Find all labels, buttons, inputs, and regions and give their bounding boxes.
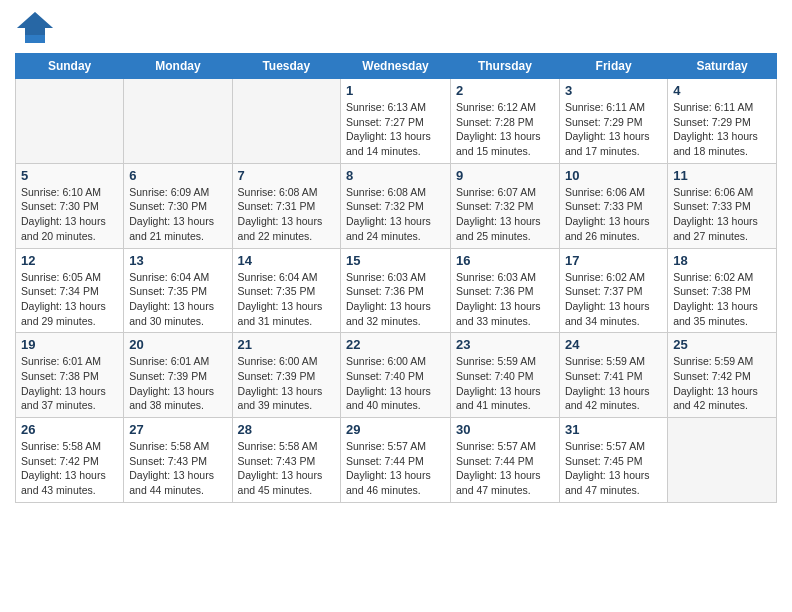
day-number: 30 bbox=[456, 422, 554, 437]
day-info: Sunrise: 6:02 AM Sunset: 7:37 PM Dayligh… bbox=[565, 270, 662, 329]
day-info: Sunrise: 5:58 AM Sunset: 7:43 PM Dayligh… bbox=[238, 439, 335, 498]
day-info: Sunrise: 5:58 AM Sunset: 7:42 PM Dayligh… bbox=[21, 439, 118, 498]
calendar-cell: 7Sunrise: 6:08 AM Sunset: 7:31 PM Daylig… bbox=[232, 163, 340, 248]
header bbox=[15, 10, 777, 45]
calendar-cell bbox=[232, 79, 340, 164]
day-info: Sunrise: 6:04 AM Sunset: 7:35 PM Dayligh… bbox=[238, 270, 335, 329]
day-info: Sunrise: 6:04 AM Sunset: 7:35 PM Dayligh… bbox=[129, 270, 226, 329]
calendar-cell: 23Sunrise: 5:59 AM Sunset: 7:40 PM Dayli… bbox=[450, 333, 559, 418]
day-info: Sunrise: 6:09 AM Sunset: 7:30 PM Dayligh… bbox=[129, 185, 226, 244]
day-info: Sunrise: 5:59 AM Sunset: 7:41 PM Dayligh… bbox=[565, 354, 662, 413]
day-number: 29 bbox=[346, 422, 445, 437]
calendar-cell: 31Sunrise: 5:57 AM Sunset: 7:45 PM Dayli… bbox=[559, 418, 667, 503]
calendar-cell: 21Sunrise: 6:00 AM Sunset: 7:39 PM Dayli… bbox=[232, 333, 340, 418]
day-number: 15 bbox=[346, 253, 445, 268]
calendar-cell: 4Sunrise: 6:11 AM Sunset: 7:29 PM Daylig… bbox=[668, 79, 777, 164]
calendar-cell: 13Sunrise: 6:04 AM Sunset: 7:35 PM Dayli… bbox=[124, 248, 232, 333]
calendar-cell: 11Sunrise: 6:06 AM Sunset: 7:33 PM Dayli… bbox=[668, 163, 777, 248]
calendar-week-row: 19Sunrise: 6:01 AM Sunset: 7:38 PM Dayli… bbox=[16, 333, 777, 418]
svg-marker-1 bbox=[17, 12, 53, 35]
day-info: Sunrise: 6:03 AM Sunset: 7:36 PM Dayligh… bbox=[456, 270, 554, 329]
day-info: Sunrise: 6:00 AM Sunset: 7:40 PM Dayligh… bbox=[346, 354, 445, 413]
calendar-cell: 18Sunrise: 6:02 AM Sunset: 7:38 PM Dayli… bbox=[668, 248, 777, 333]
calendar-week-row: 26Sunrise: 5:58 AM Sunset: 7:42 PM Dayli… bbox=[16, 418, 777, 503]
day-info: Sunrise: 6:01 AM Sunset: 7:39 PM Dayligh… bbox=[129, 354, 226, 413]
calendar-week-row: 12Sunrise: 6:05 AM Sunset: 7:34 PM Dayli… bbox=[16, 248, 777, 333]
calendar-cell: 30Sunrise: 5:57 AM Sunset: 7:44 PM Dayli… bbox=[450, 418, 559, 503]
calendar-week-row: 5Sunrise: 6:10 AM Sunset: 7:30 PM Daylig… bbox=[16, 163, 777, 248]
page: SundayMondayTuesdayWednesdayThursdayFrid… bbox=[0, 0, 792, 518]
day-number: 20 bbox=[129, 337, 226, 352]
day-number: 8 bbox=[346, 168, 445, 183]
logo-icon bbox=[15, 10, 55, 45]
day-info: Sunrise: 5:57 AM Sunset: 7:44 PM Dayligh… bbox=[456, 439, 554, 498]
day-number: 19 bbox=[21, 337, 118, 352]
day-of-week-header: Friday bbox=[559, 54, 667, 79]
calendar-cell: 19Sunrise: 6:01 AM Sunset: 7:38 PM Dayli… bbox=[16, 333, 124, 418]
day-number: 17 bbox=[565, 253, 662, 268]
day-info: Sunrise: 6:08 AM Sunset: 7:31 PM Dayligh… bbox=[238, 185, 335, 244]
calendar-cell: 1Sunrise: 6:13 AM Sunset: 7:27 PM Daylig… bbox=[341, 79, 451, 164]
day-info: Sunrise: 6:08 AM Sunset: 7:32 PM Dayligh… bbox=[346, 185, 445, 244]
day-info: Sunrise: 5:57 AM Sunset: 7:44 PM Dayligh… bbox=[346, 439, 445, 498]
day-number: 18 bbox=[673, 253, 771, 268]
day-number: 16 bbox=[456, 253, 554, 268]
day-number: 10 bbox=[565, 168, 662, 183]
day-number: 24 bbox=[565, 337, 662, 352]
day-of-week-header: Monday bbox=[124, 54, 232, 79]
day-number: 21 bbox=[238, 337, 335, 352]
day-number: 6 bbox=[129, 168, 226, 183]
day-number: 26 bbox=[21, 422, 118, 437]
day-info: Sunrise: 6:10 AM Sunset: 7:30 PM Dayligh… bbox=[21, 185, 118, 244]
day-of-week-header: Thursday bbox=[450, 54, 559, 79]
calendar-cell: 22Sunrise: 6:00 AM Sunset: 7:40 PM Dayli… bbox=[341, 333, 451, 418]
day-info: Sunrise: 5:59 AM Sunset: 7:42 PM Dayligh… bbox=[673, 354, 771, 413]
day-info: Sunrise: 6:00 AM Sunset: 7:39 PM Dayligh… bbox=[238, 354, 335, 413]
calendar-cell: 3Sunrise: 6:11 AM Sunset: 7:29 PM Daylig… bbox=[559, 79, 667, 164]
day-info: Sunrise: 6:05 AM Sunset: 7:34 PM Dayligh… bbox=[21, 270, 118, 329]
day-info: Sunrise: 6:02 AM Sunset: 7:38 PM Dayligh… bbox=[673, 270, 771, 329]
day-info: Sunrise: 6:13 AM Sunset: 7:27 PM Dayligh… bbox=[346, 100, 445, 159]
day-number: 12 bbox=[21, 253, 118, 268]
day-number: 7 bbox=[238, 168, 335, 183]
calendar-cell bbox=[668, 418, 777, 503]
calendar-cell bbox=[16, 79, 124, 164]
day-info: Sunrise: 6:06 AM Sunset: 7:33 PM Dayligh… bbox=[565, 185, 662, 244]
calendar-cell: 10Sunrise: 6:06 AM Sunset: 7:33 PM Dayli… bbox=[559, 163, 667, 248]
day-number: 5 bbox=[21, 168, 118, 183]
day-number: 9 bbox=[456, 168, 554, 183]
calendar-cell: 2Sunrise: 6:12 AM Sunset: 7:28 PM Daylig… bbox=[450, 79, 559, 164]
day-number: 4 bbox=[673, 83, 771, 98]
calendar-table: SundayMondayTuesdayWednesdayThursdayFrid… bbox=[15, 53, 777, 503]
day-number: 1 bbox=[346, 83, 445, 98]
day-of-week-header: Saturday bbox=[668, 54, 777, 79]
calendar-week-row: 1Sunrise: 6:13 AM Sunset: 7:27 PM Daylig… bbox=[16, 79, 777, 164]
calendar-cell: 17Sunrise: 6:02 AM Sunset: 7:37 PM Dayli… bbox=[559, 248, 667, 333]
day-number: 27 bbox=[129, 422, 226, 437]
calendar-cell: 16Sunrise: 6:03 AM Sunset: 7:36 PM Dayli… bbox=[450, 248, 559, 333]
day-info: Sunrise: 6:12 AM Sunset: 7:28 PM Dayligh… bbox=[456, 100, 554, 159]
day-info: Sunrise: 6:06 AM Sunset: 7:33 PM Dayligh… bbox=[673, 185, 771, 244]
day-info: Sunrise: 6:01 AM Sunset: 7:38 PM Dayligh… bbox=[21, 354, 118, 413]
day-number: 25 bbox=[673, 337, 771, 352]
calendar-cell: 29Sunrise: 5:57 AM Sunset: 7:44 PM Dayli… bbox=[341, 418, 451, 503]
calendar-cell: 14Sunrise: 6:04 AM Sunset: 7:35 PM Dayli… bbox=[232, 248, 340, 333]
logo bbox=[15, 10, 59, 45]
day-number: 22 bbox=[346, 337, 445, 352]
day-number: 2 bbox=[456, 83, 554, 98]
calendar-cell: 8Sunrise: 6:08 AM Sunset: 7:32 PM Daylig… bbox=[341, 163, 451, 248]
day-info: Sunrise: 6:07 AM Sunset: 7:32 PM Dayligh… bbox=[456, 185, 554, 244]
calendar-header-row: SundayMondayTuesdayWednesdayThursdayFrid… bbox=[16, 54, 777, 79]
day-number: 14 bbox=[238, 253, 335, 268]
calendar-cell: 27Sunrise: 5:58 AM Sunset: 7:43 PM Dayli… bbox=[124, 418, 232, 503]
calendar-cell bbox=[124, 79, 232, 164]
calendar-cell: 12Sunrise: 6:05 AM Sunset: 7:34 PM Dayli… bbox=[16, 248, 124, 333]
day-of-week-header: Wednesday bbox=[341, 54, 451, 79]
day-number: 11 bbox=[673, 168, 771, 183]
calendar-cell: 20Sunrise: 6:01 AM Sunset: 7:39 PM Dayli… bbox=[124, 333, 232, 418]
calendar-cell: 28Sunrise: 5:58 AM Sunset: 7:43 PM Dayli… bbox=[232, 418, 340, 503]
calendar-cell: 6Sunrise: 6:09 AM Sunset: 7:30 PM Daylig… bbox=[124, 163, 232, 248]
day-number: 31 bbox=[565, 422, 662, 437]
day-number: 23 bbox=[456, 337, 554, 352]
day-number: 28 bbox=[238, 422, 335, 437]
